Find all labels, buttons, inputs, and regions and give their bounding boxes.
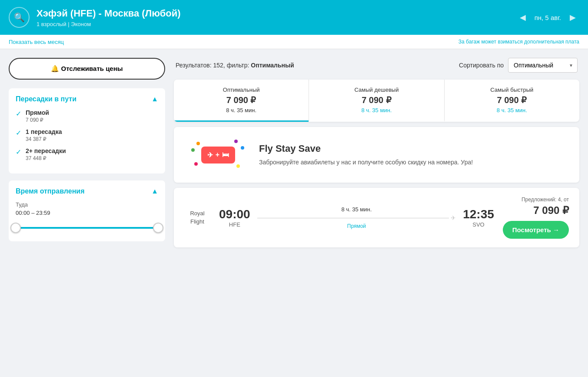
- stops-filter-section: Пересадки в пути ▲ ✓ Прямой 7 090 ₽ ✓ 1 …: [9, 88, 165, 173]
- confetti-dot-2: [191, 148, 195, 152]
- times-row: 09:00 HFE 8 ч. 35 мин. ✈ Прямой 12:35 SV…: [219, 206, 494, 229]
- direction-label: Туда: [16, 201, 158, 208]
- flight-line: ✈: [257, 214, 456, 221]
- time-collapse-button[interactable]: ▲: [151, 187, 158, 195]
- check-icon-direct: ✓: [16, 110, 21, 118]
- flight-middle: 8 ч. 35 мин. ✈ Прямой: [257, 206, 456, 229]
- slider-thumb-left[interactable]: [10, 223, 21, 233]
- tab-fastest[interactable]: Самый быстрый 7 090 ₽ 8 ч. 35 мин.: [444, 80, 579, 122]
- confetti-dot-4: [234, 140, 238, 143]
- offers-text: Предложений: 4, от: [503, 197, 569, 203]
- time-range-display: 00:00 – 23:59: [16, 210, 158, 216]
- departure-section: 09:00 HFE: [219, 207, 250, 228]
- promo-icon-area: ✈ + 🛏: [188, 137, 249, 172]
- stops-filter-header: Пересадки в пути ▲: [16, 95, 158, 103]
- tab-optimal-label: Оптимальный: [181, 87, 302, 93]
- flight-price-area: Предложений: 4, от 7 090 ₽ Посмотреть →: [503, 197, 569, 239]
- toolbar-left: Показать весь месяц: [9, 38, 64, 45]
- check-icon-1stop: ✓: [16, 129, 21, 137]
- time-filter-title: Время отправления: [16, 187, 85, 195]
- book-button[interactable]: Посмотреть →: [503, 221, 569, 239]
- next-date-button[interactable]: ▶: [566, 11, 579, 24]
- flight-times: 09:00 HFE 8 ч. 35 мин. ✈ Прямой 12:35 SV…: [219, 206, 494, 229]
- confetti-dot-6: [236, 164, 240, 168]
- slider-thumb-right[interactable]: [153, 223, 163, 233]
- sort-select[interactable]: Оптимальный Самый дешевый Самый быстрый: [508, 58, 578, 73]
- stop-direct-content: Прямой 7 090 ₽: [26, 109, 49, 123]
- stop-1-content: 1 пересадка 34 387 ₽: [26, 128, 62, 142]
- flight-price: 7 090 ₽: [503, 204, 569, 217]
- tab-optimal-duration: 8 ч. 35 мин.: [181, 107, 302, 113]
- plane-icon: ✈: [451, 214, 456, 221]
- airline-name: Royal Flight: [184, 210, 210, 225]
- prev-date-button[interactable]: ◀: [516, 11, 529, 24]
- selected-date: пн, 5 авг.: [535, 14, 561, 21]
- sidebar: 🔔 Отслеживать цены Пересадки в пути ▲ ✓ …: [9, 58, 165, 253]
- tab-cheapest-duration: 8 ч. 35 мин.: [316, 107, 437, 113]
- header: 🔍 Хэфэй (HFE) - Москва (Любой) 1 взрослы…: [0, 0, 588, 35]
- stops-collapse-button[interactable]: ▲: [151, 95, 158, 103]
- stop-2plus-price: 37 448 ₽: [26, 155, 66, 161]
- main-container: 🔔 Отслеживать цены Пересадки в пути ▲ ✓ …: [0, 49, 588, 261]
- stop-2plus-content: 2+ пересадки 37 448 ₽: [26, 147, 66, 161]
- track-prices-button[interactable]: 🔔 Отслеживать цены: [9, 58, 165, 80]
- confetti-dot-1: [196, 142, 200, 145]
- time-range-slider[interactable]: [16, 221, 158, 234]
- time-filter-header: Время отправления ▲: [16, 187, 158, 195]
- check-icon-2plus: ✓: [16, 148, 21, 156]
- slider-track: [16, 227, 158, 229]
- promo-description: Забронируйте авиабилеты у нас и получите…: [259, 158, 473, 167]
- results-area: Результатов: 152, фильтр: Оптимальный Со…: [174, 58, 579, 253]
- confetti-dot-3: [194, 162, 198, 166]
- promo-title: Fly Stay Save: [259, 143, 473, 154]
- departure-time-section: Время отправления ▲ Туда 00:00 – 23:59: [9, 180, 165, 241]
- promo-text: Fly Stay Save Забронируйте авиабилеты у …: [259, 143, 473, 167]
- stops-filter-title: Пересадки в пути: [16, 95, 76, 103]
- tab-optimal-price: 7 090 ₽: [181, 95, 302, 105]
- arrival-time: 12:35: [463, 207, 494, 221]
- departure-airport: HFE: [219, 221, 250, 228]
- header-left: 🔍 Хэфэй (HFE) - Москва (Любой) 1 взрослы…: [9, 7, 181, 28]
- tab-fastest-price: 7 090 ₽: [452, 95, 572, 105]
- stop-direct-label: Прямой: [26, 109, 49, 116]
- stop-filter-1[interactable]: ✓ 1 пересадка 34 387 ₽: [16, 128, 158, 142]
- stop-2plus-label: 2+ пересадки: [26, 147, 66, 154]
- flight-duration: 8 ч. 35 мин.: [257, 206, 456, 213]
- tab-fastest-duration: 8 ч. 35 мин.: [452, 107, 572, 113]
- flight-line-bar: [257, 218, 449, 218]
- results-header: Результатов: 152, фильтр: Оптимальный Со…: [174, 58, 579, 73]
- confetti-dot-5: [241, 146, 244, 150]
- tab-cheapest[interactable]: Самый дешевый 7 090 ₽ 8 ч. 35 мин.: [309, 80, 444, 122]
- promo-badge: ✈ + 🛏: [201, 147, 235, 163]
- show-month-link[interactable]: Показать весь месяц: [9, 39, 64, 45]
- promo-badge-icon: ✈: [207, 151, 213, 159]
- sort-select-wrapper: Оптимальный Самый дешевый Самый быстрый: [508, 58, 578, 73]
- arrival-airport: SVO: [463, 221, 494, 228]
- toolbar: Показать весь месяц За багаж может взима…: [0, 35, 588, 49]
- tab-optimal[interactable]: Оптимальный 7 090 ₽ 8 ч. 35 мин.: [174, 80, 309, 122]
- stop-1-price: 34 387 ₽: [26, 136, 62, 142]
- direct-label: Прямой: [257, 223, 456, 229]
- passenger-info: 1 взрослый | Эконом: [37, 21, 181, 27]
- tab-cheapest-label: Самый дешевый: [316, 87, 437, 93]
- baggage-notice: За багаж может взиматься дополнительная …: [458, 39, 579, 45]
- route-title: Хэфэй (HFE) - Москва (Любой): [37, 8, 181, 19]
- search-button[interactable]: 🔍: [9, 7, 30, 28]
- stop-direct-price: 7 090 ₽: [26, 117, 49, 123]
- stop-1-label: 1 пересадка: [26, 128, 62, 135]
- tab-fastest-label: Самый быстрый: [452, 87, 572, 93]
- price-tabs-card: Оптимальный 7 090 ₽ 8 ч. 35 мин. Самый д…: [174, 80, 579, 122]
- sort-label: Сортировать по: [459, 62, 504, 69]
- search-icon: 🔍: [14, 12, 25, 23]
- results-count-text: Результатов: 152, фильтр: Оптимальный: [176, 62, 294, 69]
- tab-cheapest-price: 7 090 ₽: [316, 95, 437, 105]
- results-count-label: Результатов: 152, фильтр:: [176, 62, 249, 69]
- sort-container: Сортировать по Оптимальный Самый дешевый…: [459, 58, 578, 73]
- departure-time: 09:00: [219, 207, 250, 221]
- header-title-area: Хэфэй (HFE) - Москва (Любой) 1 взрослый …: [37, 8, 181, 27]
- stop-filter-direct[interactable]: ✓ Прямой 7 090 ₽: [16, 109, 158, 123]
- flight-card: Royal Flight 09:00 HFE 8 ч. 35 мин. ✈ Пр…: [174, 188, 579, 247]
- stop-filter-2plus[interactable]: ✓ 2+ пересадки 37 448 ₽: [16, 147, 158, 161]
- header-right: ◀ пн, 5 авг. ▶: [516, 11, 579, 24]
- results-filter-name: Оптимальный: [251, 62, 294, 69]
